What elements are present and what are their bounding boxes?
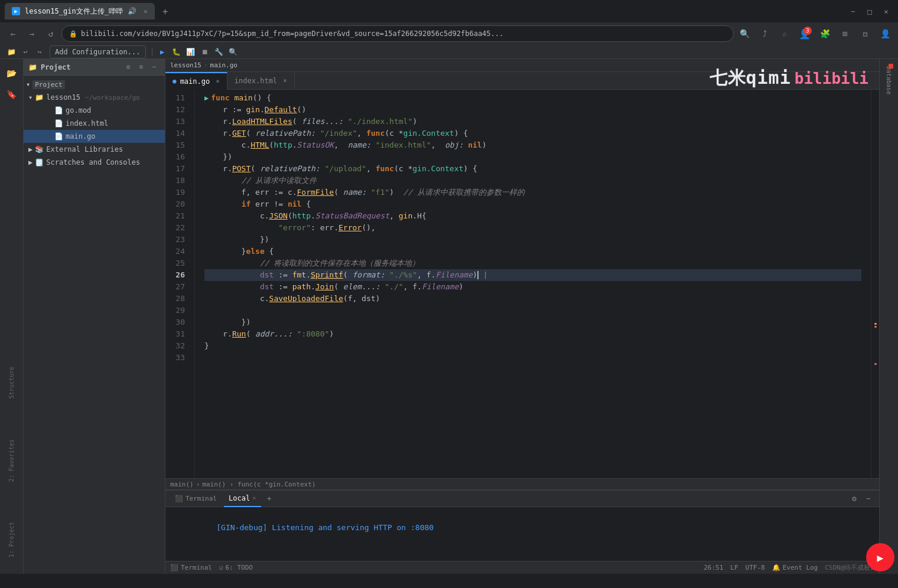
new-tab-button[interactable]: +: [157, 3, 174, 19]
indexhtml-icon: 📄: [54, 119, 63, 128]
code-line-24: }else {: [204, 246, 861, 257]
forward-button[interactable]: →: [24, 25, 40, 42]
local-tab-close[interactable]: ×: [252, 494, 256, 502]
breadcrumb-maingo[interactable]: main.go: [210, 61, 237, 69]
back-button[interactable]: ←: [5, 25, 21, 42]
terminal-line-1: [GIN-debug] Listening and serving HTTP o…: [170, 509, 874, 546]
address-text: bilibili.com/video/BV1gJ411p7xC/?p=15&sp…: [81, 30, 726, 38]
tree-item-gomod[interactable]: 📄 go.mod: [24, 104, 165, 117]
tree-item-lesson15[interactable]: ▾ 📁 lesson15 ~/workspace/go: [24, 91, 165, 104]
mute-icon: 🔊: [128, 7, 136, 15]
encoding[interactable]: UTF-8: [746, 564, 765, 571]
project-icon[interactable]: 📂: [2, 64, 21, 83]
close-btn[interactable]: ×: [879, 4, 893, 18]
refresh-button[interactable]: ↺: [43, 25, 59, 42]
bookmark-icon[interactable]: ☆: [776, 25, 793, 42]
ln-31: 31: [165, 328, 185, 340]
terminal-content[interactable]: [GIN-debug] Listening and serving HTTP o…: [165, 507, 879, 561]
ln-19: 19: [165, 187, 185, 198]
extensions-icon[interactable]: 🧩: [816, 25, 833, 42]
ln-20: 20: [165, 198, 185, 210]
code-line-20: if err != nil {: [204, 198, 861, 210]
terminal-status-item[interactable]: ⬛ Terminal: [170, 564, 212, 571]
split-screen-icon[interactable]: ⧈: [857, 25, 873, 42]
run-btn[interactable]: ▶: [156, 45, 169, 58]
todo-item[interactable]: ☑ 6: TODO: [219, 564, 253, 571]
vcs-icon[interactable]: 🔖: [2, 85, 21, 104]
browser-tab-active[interactable]: ▶ lesson15_gin文件上传_哔哔 🔊 ×: [5, 3, 155, 19]
ln-33: 33: [165, 352, 185, 364]
share-icon[interactable]: ⤴: [756, 25, 773, 42]
event-log[interactable]: 🔔 Event Log: [772, 564, 818, 571]
breadcrumb: lesson15 › main.go: [165, 59, 879, 72]
code-line-28: c.SaveUploadedFile(f, dst): [204, 293, 861, 305]
code-line-30: }): [204, 316, 861, 328]
terminal-settings-btn[interactable]: ⚙: [848, 493, 860, 505]
address-bar[interactable]: 🔒 bilibili.com/video/BV1gJ411p7xC/?p=15&…: [61, 25, 734, 42]
external-icon: 📚: [35, 145, 44, 153]
undo-btn[interactable]: ↩: [19, 45, 32, 58]
open-folder-btn[interactable]: 📁: [5, 45, 18, 58]
coverage-btn[interactable]: 📊: [184, 45, 197, 58]
minimize-btn[interactable]: −: [846, 4, 860, 18]
add-configuration-button[interactable]: Add Configuration...: [50, 45, 146, 58]
build-btn[interactable]: 🔧: [213, 45, 226, 58]
file-tab-indexhtml[interactable]: index.html ×: [227, 72, 295, 90]
database-label[interactable]: Database ·: [884, 64, 893, 97]
code-line-27: dst := path.Join( elem...: "./", f.Filen…: [204, 281, 861, 293]
maingo-tab-close[interactable]: ×: [216, 77, 220, 85]
ln-18: 18: [165, 175, 185, 187]
breadcrumb-lesson15[interactable]: lesson15: [170, 61, 201, 69]
code-line-26: dst := fmt.Sprintf( format: "./%s", f.Fi…: [204, 269, 861, 281]
indexhtml-tab-close[interactable]: ×: [283, 77, 287, 84]
bilibili-play-btn[interactable]: ▶: [866, 543, 894, 571]
tree-item-maingo[interactable]: 📄 main.go: [24, 130, 165, 143]
code-line-13: r.LoadHTMLFiles( files...: "./index.html…: [204, 116, 861, 128]
stop-btn[interactable]: ⏹: [199, 45, 212, 58]
project-label[interactable]: 1: Project: [7, 520, 16, 560]
collapse-btn[interactable]: −: [148, 61, 160, 73]
structure-label[interactable]: Structure: [7, 364, 16, 401]
editor-scrollbar[interactable]: [871, 90, 879, 478]
tree-item-project-root[interactable]: ▾ Project: [24, 78, 165, 91]
terminal-icon: ⬛: [175, 495, 183, 502]
tree-item-scratches[interactable]: ▶ 🗒️ Scratches and Consoles: [24, 156, 165, 169]
terminal-tabs: ⬛ Terminal Local × + ⚙ −: [165, 491, 879, 507]
file-tab-maingo[interactable]: ● main.go ×: [165, 72, 227, 90]
status-left: ⬛ Terminal ☑ 6: TODO: [170, 564, 253, 571]
gin-debug-text: [GIN-debug] Listening and serving HTTP o…: [216, 523, 434, 532]
user-profile-icon[interactable]: 👤: [877, 25, 893, 42]
debug-btn[interactable]: 🐛: [170, 45, 183, 58]
todo-icon: ☑: [219, 564, 223, 571]
cursor-position[interactable]: 26:51: [704, 564, 723, 571]
ln-32: 32: [165, 340, 185, 352]
file-tabs: ● main.go × index.html ×: [165, 72, 879, 90]
redo-btn[interactable]: ↪: [33, 45, 46, 58]
profile-icon[interactable]: 👤 3: [796, 25, 813, 42]
add-terminal-tab-btn[interactable]: +: [263, 493, 275, 505]
favorites-label[interactable]: 2: Favorites: [7, 437, 16, 484]
project-panel-header: 📁 Project ⚙ ≡ −: [24, 59, 165, 76]
code-content[interactable]: ▶ func main() { r := gin.Default() r.Loa…: [195, 90, 871, 478]
tree-item-indexhtml[interactable]: 📄 index.html: [24, 117, 165, 130]
terminal-minimize-btn[interactable]: −: [863, 493, 874, 505]
code-editor[interactable]: 11 12 13 14 15 16 17 18 19 20 21 22 23 2…: [165, 90, 879, 478]
gear-btn[interactable]: ⚙: [122, 61, 134, 73]
local-tab[interactable]: Local ×: [224, 491, 261, 507]
terminal-panel: ⬛ Terminal Local × + ⚙ − [GIN-debug] Lis…: [165, 490, 879, 561]
event-log-text: Event Log: [783, 564, 818, 571]
code-line-16: }): [204, 151, 861, 163]
terminal-label-tab[interactable]: ⬛ Terminal: [170, 491, 222, 507]
search-btn[interactable]: 🔍: [227, 45, 240, 58]
indexhtml-label: index.html: [66, 119, 108, 128]
right-side-panel: Database ·: [879, 59, 898, 574]
tree-item-external[interactable]: ▶ 📚 External Libraries: [24, 143, 165, 156]
code-line-23: }): [204, 234, 861, 246]
browser-tabs: ▶ lesson15_gin文件上传_哔哔 🔊 × + − □ ×: [0, 0, 898, 22]
line-endings[interactable]: LF: [730, 564, 738, 571]
search-browser-icon[interactable]: 🔍: [736, 25, 753, 42]
collection-icon[interactable]: ⊞: [837, 25, 853, 42]
sort-btn[interactable]: ≡: [135, 61, 147, 73]
tab-close-btn[interactable]: ×: [144, 8, 148, 15]
maximize-btn[interactable]: □: [863, 4, 877, 18]
